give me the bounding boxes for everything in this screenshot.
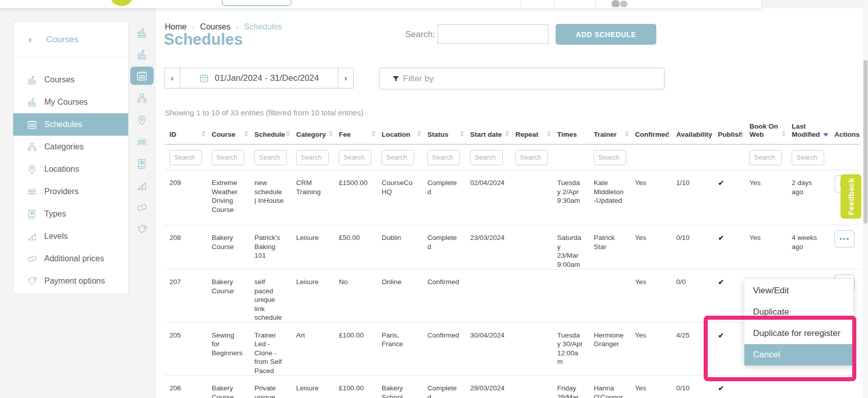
sidebar-item-additional-prices[interactable]: Additional prices — [13, 248, 128, 270]
cell-times: Tuesday 2/Apr 9:30am — [553, 170, 589, 225]
strip-item-schedules[interactable] — [130, 67, 154, 85]
sort-arrows-icon — [417, 131, 421, 137]
menu-item-duplicate[interactable]: Duplicate — [744, 301, 853, 323]
sidebar: ‹ Courses CoursesMy CoursesSchedulesCate… — [13, 21, 129, 294]
cell-schedule: new schedule | InHouse — [250, 170, 292, 225]
cell-schedule: self paced unique link schedule — [250, 269, 292, 322]
cell-course: Extreme Weather Driving Course — [207, 170, 250, 225]
column-header-book_on_web[interactable]: Book On Web — [745, 123, 787, 144]
breadcrumb-item-schedules: Schedules — [244, 22, 282, 32]
column-header-repeat[interactable]: Repeat — [511, 123, 553, 144]
column-header-schedule[interactable]: Schedule — [250, 123, 292, 144]
menu-item-view-edit[interactable]: View/Edit — [744, 280, 853, 301]
add-schedule-button[interactable]: ADD SCHEDULE — [556, 24, 656, 45]
user-icon[interactable] — [609, 0, 630, 7]
cell-book_on_web: Yes — [745, 225, 787, 269]
calendar-icon — [26, 119, 38, 130]
table-row-209: 209Extreme Weather Driving Coursenew sch… — [165, 170, 860, 225]
sidebar-item-categories[interactable]: Categories — [13, 136, 128, 158]
column-header-id[interactable]: ID — [165, 123, 207, 144]
column-label: Times — [557, 131, 577, 139]
menu-item-cancel[interactable]: Cancel — [744, 344, 853, 365]
strip-item-providers[interactable] — [130, 131, 154, 152]
sidebar-item-locations[interactable]: Locations — [13, 158, 128, 180]
cell-book_on_web — [745, 376, 787, 398]
column-header-start_date[interactable]: Start date — [466, 123, 511, 144]
column-search-input-category[interactable] — [296, 150, 329, 165]
sidebar-item-levels[interactable]: Levels — [13, 225, 128, 248]
next-period-button[interactable]: › — [338, 68, 354, 88]
sort-arrows-icon — [201, 131, 206, 137]
column-header-confirmed[interactable]: Confirmed — [630, 123, 672, 144]
strip-item-my-courses[interactable] — [130, 43, 154, 65]
column-label: Repeat — [515, 131, 538, 139]
column-label: Availability — [676, 131, 712, 139]
sidebar-item-courses[interactable]: Courses — [13, 69, 128, 91]
sidebar-item-payment-options[interactable]: Payment options — [13, 270, 128, 292]
strip-item-courses[interactable] — [130, 21, 154, 43]
column-label: Confirmed — [635, 131, 670, 139]
cell-times — [553, 269, 589, 322]
column-search-input-trainer[interactable] — [594, 150, 626, 165]
sort-arrows-icon — [244, 131, 248, 137]
scrollbar-thumb[interactable] — [863, 60, 867, 224]
column-header-trainer[interactable]: Trainer — [589, 123, 630, 144]
column-search-input-fee[interactable] — [339, 150, 371, 165]
date-range-button[interactable]: 01/Jan/2024 - 31/Dec/2024 — [180, 68, 338, 88]
strip-item-payment-options[interactable] — [130, 218, 154, 240]
prev-period-button[interactable]: ‹ — [164, 68, 180, 88]
column-header-fee[interactable]: Fee — [334, 123, 377, 144]
column-header-publish[interactable]: Publish — [713, 123, 745, 144]
sort-arrows-icon — [782, 131, 786, 137]
cell-times: Saturday 23/Mar 9:00am — [553, 225, 589, 269]
column-search-input-status[interactable] — [427, 150, 460, 165]
column-search-input-last_modified[interactable] — [792, 150, 824, 165]
date-range-picker: ‹ 01/Jan/2024 - 31/Dec/2024 › — [164, 68, 354, 88]
cell-id: 207 — [165, 269, 207, 322]
price-tag-icon — [26, 275, 38, 287]
sidebar-item-my-courses[interactable]: My Courses — [13, 91, 128, 113]
filter-input[interactable]: Filter by — [379, 68, 664, 89]
column-search-input-start_date[interactable] — [470, 150, 503, 165]
column-search-input-id[interactable] — [169, 150, 202, 165]
strip-item-levels[interactable] — [130, 174, 154, 196]
column-header-status[interactable]: Status — [423, 123, 466, 144]
topbar-search-box[interactable] — [222, 0, 292, 6]
cell-actions: ••• — [830, 225, 858, 269]
sidebar-item-label: Categories — [44, 142, 83, 151]
sidebar-item-schedules[interactable]: Schedules — [13, 113, 128, 136]
column-search-input-schedule[interactable] — [254, 150, 287, 165]
column-header-location[interactable]: Location — [377, 123, 423, 144]
column-search-input-repeat[interactable] — [515, 150, 548, 165]
cell-category: Leisure — [292, 225, 334, 269]
sidebar-icon-strip — [130, 21, 154, 240]
scrollbar[interactable] — [863, 0, 868, 398]
cell-confirmed: Yes — [630, 225, 672, 269]
column-search-input-location[interactable] — [382, 150, 414, 165]
strip-item-locations[interactable] — [130, 109, 154, 131]
cell-location: Dublin — [377, 225, 423, 269]
cell-start_date: 29/03/2024 — [466, 376, 511, 398]
cell-category: Leisure — [292, 376, 334, 398]
column-search-input-book_on_web[interactable] — [749, 150, 782, 165]
sidebar-back-button[interactable]: ‹ Courses — [13, 22, 128, 57]
cell-last_modified: 2 days ago — [787, 170, 830, 225]
sidebar-item-providers[interactable]: Providers — [13, 180, 128, 203]
cell-id: 205 — [165, 323, 207, 376]
feedback-tab[interactable]: Feedback — [841, 174, 861, 219]
search-cell-trainer — [589, 150, 630, 165]
map-pin-icon — [26, 164, 38, 175]
search-input[interactable] — [438, 24, 548, 44]
row-actions-button[interactable]: ••• — [834, 230, 855, 248]
strip-item-additional-prices[interactable] — [130, 196, 154, 218]
strip-item-types[interactable] — [130, 152, 154, 174]
column-header-last_modified[interactable]: Last Modified — [787, 123, 830, 144]
strip-item-categories[interactable] — [130, 87, 154, 109]
column-header-course[interactable]: Course — [207, 123, 250, 144]
menu-item-duplicate-for-reregister[interactable]: Duplicate for reregister — [744, 323, 853, 344]
sidebar-item-types[interactable]: Types — [13, 203, 128, 225]
column-search-input-course[interactable] — [212, 150, 244, 165]
column-header-category[interactable]: Category — [292, 123, 334, 144]
sidebar-item-label: Additional prices — [44, 254, 104, 263]
cell-publish: ✔ — [713, 225, 745, 269]
